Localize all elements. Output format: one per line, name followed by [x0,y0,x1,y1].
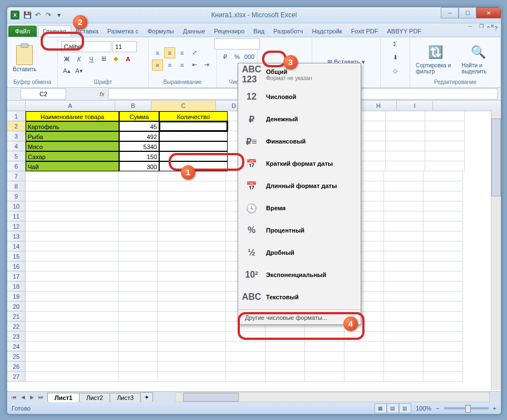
cell[interactable] [158,352,226,362]
cell[interactable] [226,352,265,362]
comma-icon[interactable]: 000 [244,51,255,62]
cell[interactable] [386,131,425,141]
cell[interactable] [424,281,463,291]
cell[interactable] [344,362,384,372]
tab-abbyy[interactable]: ABBYY PDF [383,26,426,37]
cell[interactable] [344,372,384,382]
redo-icon[interactable]: ↷ [43,10,53,20]
format-option-6[interactable]: 🕓Время [238,197,361,219]
cell[interactable] [26,281,119,291]
row-header[interactable]: 16 [7,261,26,271]
cell[interactable] [425,111,465,121]
cell[interactable]: Мясо [26,141,119,151]
cell[interactable] [26,191,119,201]
close-button[interactable]: ✕ [476,7,501,18]
cell[interactable]: Рыба [26,131,119,141]
cell[interactable] [384,312,424,322]
cell[interactable] [424,251,463,261]
cell[interactable] [119,181,158,191]
cell[interactable] [119,302,158,312]
clear-icon[interactable]: ◇ [390,65,401,76]
cell[interactable] [305,372,344,382]
font-color-button[interactable]: A [122,53,134,65]
fill-color-button[interactable]: ◆ [110,53,121,65]
cell[interactable] [424,291,463,302]
row-header[interactable]: 25 [7,352,26,362]
row-header[interactable]: 20 [7,302,26,312]
cell[interactable] [159,121,228,131]
row-header[interactable]: 21 [7,312,26,322]
cell[interactable] [384,241,424,251]
maximize-button[interactable]: ☐ [459,7,476,18]
cell[interactable] [26,352,119,362]
format-option-2[interactable]: ₽Денежный [238,108,361,130]
row-header[interactable]: 23 [7,332,26,342]
cell[interactable] [386,111,425,121]
cell[interactable]: 5340 [119,141,159,151]
cell[interactable] [386,151,425,161]
cell[interactable] [119,211,158,221]
cell[interactable] [119,332,158,342]
autosum-icon[interactable]: Σ [390,38,401,50]
align-right-icon[interactable]: ≡ [176,60,188,71]
cell[interactable] [384,352,424,362]
cell[interactable]: 150 [119,151,159,161]
page-layout-view-icon[interactable]: ▤ [387,403,399,413]
cell[interactable] [424,372,463,382]
cell[interactable] [26,362,119,372]
row-header[interactable]: 26 [7,362,26,372]
cell[interactable] [384,302,424,312]
cell[interactable] [119,171,158,181]
cell[interactable] [26,271,119,281]
number-format-combo[interactable] [214,38,260,50]
sort-filter-button[interactable]: 🔃Сортировка и фильтр [414,42,457,76]
cell[interactable] [384,281,424,291]
cell[interactable] [26,171,119,181]
zoom-value[interactable]: 100% [416,405,431,412]
paste-button[interactable]: Вставить [11,44,38,73]
decrease-font-icon[interactable]: A▾ [73,66,85,77]
italic-button[interactable]: К [73,53,85,65]
find-select-button[interactable]: 🔍Найти и выделить [460,42,497,76]
orientation-icon[interactable]: ⤢ [189,47,200,58]
row-header[interactable]: 17 [7,271,26,281]
align-top-icon[interactable]: ≡ [152,47,163,58]
cell[interactable] [26,322,119,332]
cell[interactable] [119,261,158,271]
cell[interactable] [119,271,158,281]
tab-insert[interactable]: Вставка [71,26,103,37]
cell[interactable] [384,322,424,332]
col-header-i[interactable]: I [397,101,433,111]
cell[interactable] [119,362,158,372]
col-header-a[interactable]: A [26,101,115,111]
cell[interactable] [158,271,226,281]
cell[interactable] [119,342,158,352]
row-header[interactable]: 11 [7,211,26,221]
cell[interactable] [265,342,305,352]
col-header-h[interactable]: H [361,101,397,111]
cell[interactable] [119,191,158,201]
cell[interactable] [119,201,158,211]
cell[interactable] [158,312,226,322]
row-header[interactable]: 10 [7,201,26,211]
cell[interactable] [158,201,226,211]
cell[interactable] [384,332,424,342]
cell[interactable] [425,121,465,131]
cell[interactable] [384,342,424,352]
row-header[interactable]: 14 [7,241,26,251]
fill-icon[interactable]: ⬇ [390,52,401,63]
scrollbar-thumb[interactable] [491,118,501,196]
format-option-0[interactable]: ABC 123ОбщийФормат не указан [238,63,361,86]
row-header[interactable]: 5 [7,151,26,161]
row-header[interactable]: 8 [7,181,26,191]
horizontal-scrollbar[interactable] [175,392,490,402]
more-formats-link[interactable]: Другие числовые форматы... [238,311,361,324]
percent-icon[interactable]: % [232,51,243,62]
row-header[interactable]: 22 [7,322,26,332]
vertical-scrollbar[interactable] [491,111,501,390]
row-header[interactable]: 15 [7,251,26,261]
cell[interactable] [384,171,424,181]
cell[interactable]: Чай [26,161,119,171]
cell[interactable] [344,332,384,342]
currency-icon[interactable]: ₽ [219,51,230,62]
